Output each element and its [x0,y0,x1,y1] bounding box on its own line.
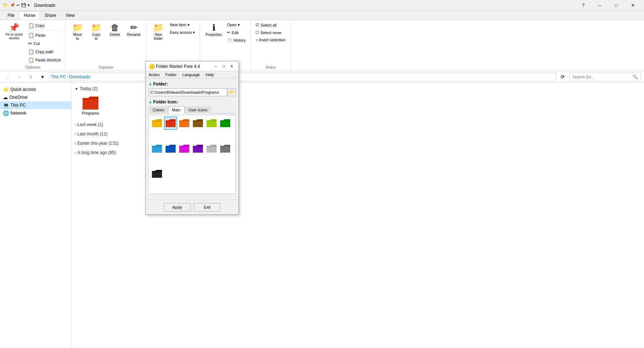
dialog-maximize-button[interactable]: □ [220,62,228,70]
breadcrumb-this-pc[interactable]: This PC [51,74,66,79]
icon-purple[interactable] [191,142,204,155]
move-to-button[interactable]: 📁 Moveto [69,22,87,42]
dialog-menu-help[interactable]: Help [203,71,217,78]
maximize-button[interactable]: □ [608,0,625,11]
delete-button[interactable]: 🗑 Delete [106,22,124,38]
window-system-icons: 📌 ↩ 💾 ▾ [10,3,30,8]
open-button[interactable]: Open ▾ [225,22,247,28]
dialog-folder-tabs: Colors Main User Icons [149,106,236,113]
search-input[interactable] [573,75,631,79]
paste-shortcut-button[interactable]: 📋 Paste shortcut [26,56,62,64]
tab-home[interactable]: Home [19,11,40,20]
folder-item-programs[interactable]: Programs [76,93,105,117]
icon-brown[interactable] [191,117,204,130]
recent-icon[interactable]: ▾ [28,3,30,8]
icon-magenta[interactable] [178,142,191,155]
save-icon[interactable]: 💾 [21,3,26,8]
sidebar: ⭐ Quick access ☁ OneDrive 💻 This PC 🌐 Ne… [0,83,72,348]
refresh-button[interactable]: ⟳ [558,72,568,82]
properties-button[interactable]: ℹ Properties [203,22,224,38]
copy-button[interactable]: 📋 Copy [26,22,62,29]
icon-yellow[interactable] [150,117,163,130]
cut-button[interactable]: ✂ Cut [26,40,62,47]
dialog-menu-folder[interactable]: Folder [163,71,180,78]
date-group-lastweek-label: Last week (1) [77,122,103,127]
copy-to-button[interactable]: 📁 Copyto [87,22,105,42]
help-button[interactable]: ? [575,0,592,11]
dialog-body: ● Folder: 📁 ● Folder Icon: Colors Main U… [146,78,238,200]
sidebar-item-network[interactable]: 🌐 Network [0,109,71,117]
delete-icon: 🗑 [111,23,119,32]
sidebar-label-onedrive: OneDrive [9,95,28,100]
open-small-btns: Open ▾ ✏ Edit 🕐 History [225,22,247,43]
dialog-close-button[interactable]: ✕ [228,62,236,70]
select-none-button[interactable]: ☐ Select none [254,29,283,36]
copy-path-button[interactable]: 📋 Copy path [26,48,62,56]
tab-user-icons[interactable]: User Icons [185,106,212,113]
edit-button[interactable]: ✏ Edit [225,29,247,36]
icon-lightblue[interactable] [150,142,163,155]
network-icon: 🌐 [3,110,9,116]
up-button[interactable]: ↑ [26,72,36,82]
undo-icon[interactable]: ↩ [17,3,20,8]
tab-view[interactable]: View [61,11,79,20]
sidebar-item-onedrive[interactable]: ☁ OneDrive [0,93,71,101]
tab-colors[interactable]: Colors [149,106,168,113]
expand-arrow-longtime: › [75,151,76,155]
folder-path-input[interactable] [149,88,227,96]
apply-button[interactable]: Apply [164,203,191,212]
invert-icon: ↕ [255,38,258,42]
minimize-button[interactable]: ─ [592,0,608,11]
select-all-button[interactable]: ☑ Select all [254,22,278,28]
new-content: 📁 Newfolder New item ▾ Easy access ▾ [149,22,197,64]
dialog-minimize-button[interactable]: ─ [212,62,220,70]
folder-icon-section: ● Folder Icon: Colors Main User Icons [149,99,236,194]
new-folder-button[interactable]: 📁 Newfolder [149,22,167,42]
easy-access-button[interactable]: Easy access ▾ [168,29,197,36]
breadcrumb[interactable]: This PC › Downloads [49,73,556,81]
pin-to-quick-button[interactable]: 📌 Pin to Quickaccess [3,22,26,42]
forward-button[interactable]: › [14,72,24,82]
sidebar-item-quick-access[interactable]: ⭐ Quick access [0,85,71,93]
icon-blue[interactable] [164,142,177,155]
icon-lime[interactable] [205,117,218,130]
tab-file[interactable]: File [3,11,19,20]
tab-share[interactable]: Share [40,11,61,20]
new-item-button[interactable]: New item ▾ [168,22,197,28]
tab-main[interactable]: Main [168,106,185,113]
recent-button[interactable]: ▾ [37,72,47,82]
icon-black[interactable] [150,167,163,180]
back-button[interactable]: ‹ [3,72,13,82]
dialog-menu-language[interactable]: Language [180,71,203,78]
folder-icon-section-icon: ● [149,99,152,105]
move-icon: 📁 [72,23,83,32]
icon-gray[interactable] [219,142,232,155]
breadcrumb-downloads[interactable]: Downloads [69,74,90,79]
paste-button[interactable]: 📋 Paste [26,31,62,39]
edit-icon: ✏ [227,30,230,35]
rename-button[interactable]: ✏ Rename [125,22,143,38]
icon-lightgray[interactable] [205,142,218,155]
main-area: ⭐ Quick access ☁ OneDrive 💻 This PC 🌐 Ne… [0,83,644,348]
dialog-title: Folder Marker Free 4.4 [156,64,200,69]
icon-orange[interactable] [178,117,191,130]
icon-red[interactable] [164,117,177,130]
sidebar-item-this-pc[interactable]: 💻 This PC [0,101,71,109]
search-box[interactable]: 🔍 [569,73,641,81]
close-button[interactable]: ✕ [625,0,641,11]
ribbon-tabs: File Home Share View [0,11,644,20]
history-button[interactable]: 🕐 History [225,37,247,43]
search-icon: 🔍 [633,74,638,79]
open-content: ℹ Properties Open ▾ ✏ Edit 🕐 History [203,22,247,64]
dialog-menu-action[interactable]: Action [146,71,163,78]
pin-icon: 📌 [9,23,19,32]
sidebar-label-quick-access: Quick access [10,87,36,92]
icon-green[interactable] [219,117,232,130]
quick-access-icon[interactable]: 📌 [10,3,15,8]
history-icon: 🕐 [227,38,232,42]
folder-browse-button[interactable]: 📁 [228,88,236,96]
copy-icon: 📋 [28,23,34,28]
title-bar-controls: ? ─ □ ✕ [575,0,641,11]
invert-selection-button[interactable]: ↕ Invert selection [254,37,287,43]
exit-button[interactable]: Exit [194,203,221,212]
